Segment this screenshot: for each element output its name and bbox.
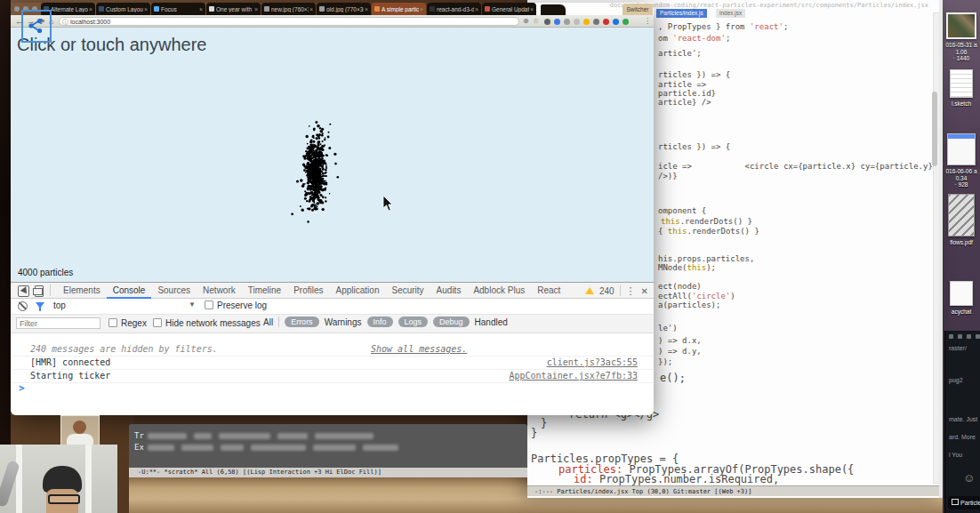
- address-bar[interactable]: ⓘ localhost:3000: [59, 17, 519, 26]
- devtools-menu-icon[interactable]: ⋮: [626, 285, 636, 297]
- new-tab-button[interactable]: [541, 4, 566, 15]
- extension-icon[interactable]: [574, 19, 580, 25]
- warning-count[interactable]: 240: [599, 286, 615, 296]
- show-all-messages-link[interactable]: Show all messages.: [371, 343, 467, 356]
- scratch-window[interactable]: Tr Ex -U:**- *scratch* All (6,58) [(Lisp…: [129, 424, 527, 477]
- filter-input[interactable]: [16, 317, 100, 329]
- extension-icon[interactable]: [583, 19, 590, 25]
- site-info-icon[interactable]: ⓘ: [62, 18, 68, 27]
- switcher-tab[interactable]: Switcher: [623, 4, 653, 15]
- hide-network-checkbox[interactable]: Hide network messages: [153, 318, 261, 328]
- message-source-link[interactable]: AppContainer.jsx?e7fb:33: [510, 370, 639, 382]
- devtools-tab-sources[interactable]: Sources: [151, 283, 197, 299]
- tab-close-icon[interactable]: ×: [144, 6, 148, 12]
- desktop-file[interactable]: 016-06-06 a0.34· 928: [944, 133, 978, 188]
- devtools-tab-application[interactable]: Application: [330, 283, 386, 299]
- extension-icon[interactable]: [623, 19, 629, 25]
- tab-close-icon[interactable]: ×: [530, 6, 534, 12]
- browser-menu-icon[interactable]: ⋮: [644, 17, 651, 25]
- log-level-errors[interactable]: Errors: [285, 317, 319, 327]
- tab-close-icon[interactable]: ×: [365, 6, 368, 12]
- console-prompt[interactable]: >: [19, 382, 25, 394]
- chat-panel[interactable]: raster/pug2mate. Justard. Morel You ☺: [944, 331, 980, 513]
- extension-icon[interactable]: [554, 19, 560, 25]
- log-level-all[interactable]: All: [263, 317, 273, 327]
- scratch-line-2: Ex: [134, 443, 402, 452]
- desktop-file[interactable]: flows.pdf: [944, 194, 978, 246]
- bookmark-star-icon[interactable]: ☆: [533, 17, 539, 25]
- devtools-tab-console[interactable]: Console: [107, 283, 152, 299]
- log-level-warnings[interactable]: Warnings: [325, 317, 362, 327]
- browser-tab[interactable]: new.jpg (760×346)×: [261, 3, 316, 15]
- regex-checkbox[interactable]: Regex: [108, 318, 147, 328]
- code-line: om 'react-dom';: [658, 34, 730, 44]
- tab-close-icon[interactable]: ×: [420, 6, 423, 12]
- extension-icon[interactable]: [603, 19, 609, 25]
- devtools-close-icon[interactable]: ✕: [641, 286, 648, 296]
- chat-message[interactable]: raster/: [949, 345, 967, 351]
- browser-tab[interactable]: Custom Layout De×: [96, 3, 150, 15]
- code-line: ) => d.y,: [658, 347, 702, 357]
- zoom-icon[interactable]: ⊕: [523, 17, 529, 25]
- browser-tab[interactable]: A simple particle g×: [372, 3, 426, 15]
- devtools-tab-adblock-plus[interactable]: Adblock Plus: [467, 283, 531, 299]
- tab-close-icon[interactable]: ×: [309, 6, 313, 12]
- extension-icon[interactable]: [593, 19, 599, 25]
- page-content[interactable]: Click or touch anywhere 4000 particles: [11, 28, 654, 282]
- code-line: ect(node): [658, 282, 702, 292]
- log-level-logs[interactable]: Logs: [398, 317, 429, 327]
- chat-toolbar-icon[interactable]: [976, 334, 980, 339]
- devtools-tab-elements[interactable]: Elements: [57, 283, 107, 299]
- browser-tab[interactable]: Focus×: [151, 3, 205, 15]
- checkbox[interactable]: [205, 301, 213, 309]
- chat-message[interactable]: ard. More: [949, 434, 976, 440]
- warning-icon[interactable]: [585, 287, 594, 294]
- editor-scrollbar-thumb[interactable]: [932, 92, 937, 166]
- devtools-tab-network[interactable]: Network: [197, 283, 242, 299]
- chat-toolbar-icon[interactable]: [949, 334, 953, 339]
- devtools-tab-audits[interactable]: Audits: [430, 283, 468, 299]
- extension-icon[interactable]: [613, 19, 619, 25]
- devtools-tab-timeline[interactable]: Timeline: [242, 283, 287, 299]
- devtools-tab-security[interactable]: Security: [385, 283, 430, 299]
- divider: [620, 285, 621, 296]
- browser-tab[interactable]: General Update PR×: [482, 3, 536, 15]
- chat-message[interactable]: l You: [949, 452, 962, 458]
- device-toolbar-icon[interactable]: [35, 285, 44, 297]
- chat-toolbar-icon[interactable]: [967, 334, 971, 339]
- editor-tab-idle[interactable]: index.jsx: [716, 9, 745, 18]
- desktop-file[interactable]: 016-05-31 a1.06· 1440: [944, 12, 978, 62]
- tab-close-icon[interactable]: ×: [254, 6, 258, 12]
- message-source-link[interactable]: client.js?3ac5:55: [547, 357, 638, 369]
- devtools-tab-react[interactable]: React: [531, 283, 566, 299]
- tab-close-icon[interactable]: ×: [199, 6, 203, 12]
- chat-toolbar-icon[interactable]: [958, 334, 962, 339]
- desktop-file[interactable]: acychat: [944, 281, 978, 316]
- extension-icon[interactable]: [544, 19, 550, 25]
- preserve-log-checkbox[interactable]: Preserve log: [205, 301, 267, 310]
- desktop-file[interactable]: l.sketch: [944, 69, 978, 108]
- chevron-down-icon[interactable]: ▼: [189, 301, 196, 309]
- divider: [278, 317, 279, 327]
- chat-message[interactable]: mate. Just: [949, 416, 977, 422]
- browser-tab[interactable]: old.jpg (770×360)×: [317, 3, 371, 15]
- devtools-tab-profiles[interactable]: Profiles: [287, 283, 329, 299]
- log-level-debug[interactable]: Debug: [433, 317, 470, 327]
- log-level-handled[interactable]: Handled: [475, 317, 508, 327]
- tab-close-icon[interactable]: ×: [89, 6, 92, 12]
- chat-message[interactable]: pug2: [949, 377, 963, 383]
- log-level-info[interactable]: Info: [367, 317, 393, 327]
- browser-tab[interactable]: One year with the×: [206, 3, 261, 15]
- extension-icon[interactable]: [564, 19, 570, 25]
- share-extension-overlay[interactable]: [21, 10, 52, 43]
- filter-icon[interactable]: [36, 302, 44, 309]
- tab-close-icon[interactable]: ×: [475, 6, 478, 12]
- console-toolbar: top ▼ Preserve log: [11, 299, 654, 315]
- url-text: localhost:3000: [70, 19, 110, 25]
- clear-console-icon[interactable]: [18, 301, 28, 311]
- execution-context-select[interactable]: top: [53, 301, 66, 310]
- editor-tab-active[interactable]: Particles/index.js: [656, 9, 707, 18]
- inspect-element-icon[interactable]: [18, 285, 29, 297]
- browser-tab[interactable]: react-and-d3-dem×: [427, 3, 481, 15]
- window-close-button[interactable]: [14, 6, 20, 12]
